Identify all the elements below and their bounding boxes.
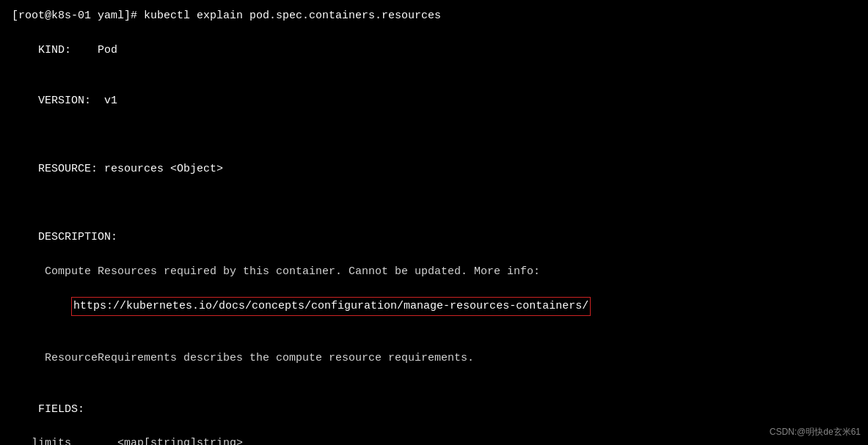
resource-line: RESOURCE: resources <Object> bbox=[12, 144, 856, 195]
url-prefix-spaces bbox=[38, 300, 71, 312]
description-line2: ResourceRequirements describes the compu… bbox=[12, 350, 856, 367]
description-line1: Compute Resources required by this conta… bbox=[12, 263, 856, 280]
empty-line-3 bbox=[12, 333, 856, 350]
fields-label-line: FIELDS: bbox=[12, 384, 856, 435]
resource-label: RESOURCE: bbox=[38, 163, 98, 175]
version-label: VERSION: bbox=[38, 95, 91, 107]
version-line: VERSION: v1 bbox=[12, 76, 856, 127]
description-label-line: DESCRIPTION: bbox=[12, 212, 856, 263]
empty-line-1 bbox=[12, 127, 856, 144]
kind-label: KIND: bbox=[38, 44, 71, 56]
description-url-line: https://kubernetes.io/docs/concepts/conf… bbox=[12, 280, 856, 333]
kind-line: KIND: Pod bbox=[12, 24, 856, 76]
fields-label: FIELDS: bbox=[38, 403, 84, 416]
resource-value: resources <Object> bbox=[98, 163, 223, 175]
terminal-window: [root@k8s-01 yaml]# kubectl explain pod.… bbox=[0, 0, 868, 445]
description-label: DESCRIPTION: bbox=[38, 231, 117, 243]
description-url[interactable]: https://kubernetes.io/docs/concepts/conf… bbox=[71, 297, 591, 315]
empty-line-4 bbox=[12, 367, 856, 383]
kind-value: Pod bbox=[71, 44, 117, 56]
empty-line-2 bbox=[12, 195, 856, 212]
prompt-line: [root@k8s-01 yaml]# kubectl explain pod.… bbox=[12, 7, 856, 24]
version-value: v1 bbox=[91, 95, 117, 107]
watermark: CSDN:@明快de玄米61 bbox=[770, 425, 861, 439]
limits-field-line: limits <map[string]string> bbox=[12, 435, 856, 445]
